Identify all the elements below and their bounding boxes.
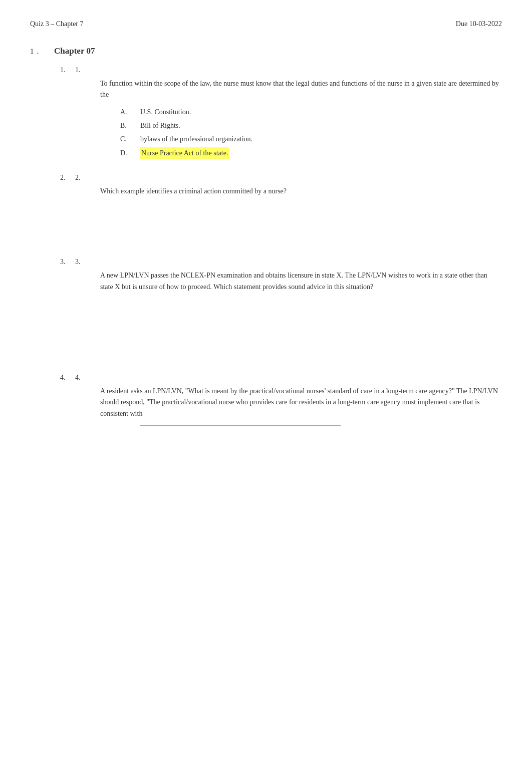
quiz-title: Quiz 3 – Chapter 7: [30, 20, 84, 28]
question-item-1: 1. 1. To function within the scope of th…: [60, 66, 502, 159]
option-a: A. U.S. Constitution.: [120, 107, 502, 117]
answer-space-4: [100, 426, 502, 486]
chapter-heading: 1． Chapter 07: [30, 46, 502, 56]
question-inner-num-4: 4.: [75, 374, 85, 382]
question-inner-num-2: 2.: [75, 174, 85, 182]
question-header-1: 1. 1.: [60, 66, 502, 74]
question-body-1: To function within the scope of the law,…: [100, 78, 502, 159]
chapter-title: Chapter 07: [54, 46, 95, 56]
option-text-a: U.S. Constitution.: [140, 107, 191, 117]
question-outer-num-1: 1.: [60, 66, 75, 74]
options-list-1: A. U.S. Constitution. B. Bill of Rights.…: [120, 107, 502, 159]
answer-space-3: [100, 299, 502, 359]
question-inner-num-1: 1.: [75, 66, 85, 74]
option-text-b: Bill of Rights.: [140, 120, 180, 131]
question-text-1: To function within the scope of the law,…: [100, 78, 502, 101]
option-letter-c: C.: [120, 134, 140, 144]
question-text-4: A resident asks an LPN/LVN, "What is mea…: [100, 386, 502, 419]
due-date: Due 10-03-2022: [456, 20, 502, 28]
option-letter-d: D.: [120, 148, 140, 158]
chapter-number: 1．: [30, 47, 50, 56]
answer-space-2: [100, 203, 502, 243]
question-header-2: 2. 2.: [60, 174, 502, 182]
question-header-3: 3. 3.: [60, 258, 502, 266]
option-b: B. Bill of Rights.: [120, 120, 502, 131]
question-outer-num-2: 2.: [60, 174, 75, 182]
question-item-2: 2. 2. Which example identifies a crimina…: [60, 174, 502, 243]
question-outer-num-3: 3.: [60, 258, 75, 266]
question-item-4: 4. 4. A resident asks an LPN/LVN, "What …: [60, 374, 502, 486]
option-text-d: Nurse Practice Act of the state.: [140, 147, 229, 159]
question-outer-num-4: 4.: [60, 374, 75, 382]
question-body-4: A resident asks an LPN/LVN, "What is mea…: [100, 386, 502, 486]
option-d: D. Nurse Practice Act of the state.: [120, 147, 502, 159]
question-text-2: Which example identifies a criminal acti…: [100, 186, 502, 197]
option-text-c: bylaws of the professional organization.: [140, 134, 252, 144]
option-letter-a: A.: [120, 107, 140, 117]
question-inner-num-3: 3.: [75, 258, 85, 266]
chapter-section: 1． Chapter 07 1. 1. To function within t…: [30, 46, 502, 486]
questions-list: 1. 1. To function within the scope of th…: [60, 66, 502, 486]
page-header: Quiz 3 – Chapter 7 Due 10-03-2022: [30, 20, 502, 28]
question-text-3: A new LPN/LVN passes the NCLEX-PN examin…: [100, 270, 502, 293]
question-body-3: A new LPN/LVN passes the NCLEX-PN examin…: [100, 270, 502, 359]
question-header-4: 4. 4.: [60, 374, 502, 382]
question-body-2: Which example identifies a criminal acti…: [100, 186, 502, 243]
option-c: C. bylaws of the professional organizati…: [120, 134, 502, 144]
option-letter-b: B.: [120, 120, 140, 131]
question-item-3: 3. 3. A new LPN/LVN passes the NCLEX-PN …: [60, 258, 502, 359]
